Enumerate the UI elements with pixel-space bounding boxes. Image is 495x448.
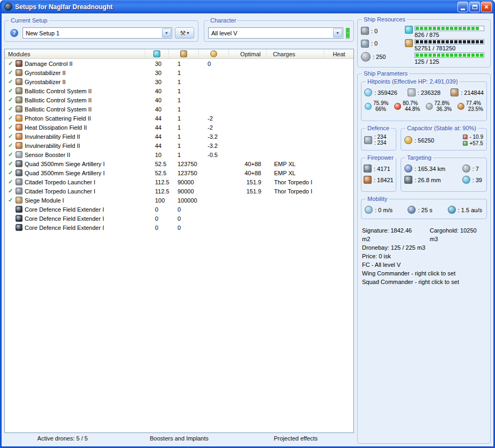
module-row[interactable]: ✓ Citadel Torpedo Launcher I 112.5 90000…	[5, 186, 353, 196]
module-powergrid-value: 1	[169, 97, 199, 103]
module-name: Quad 3500mm Siege Artillery I	[25, 161, 105, 167]
scan-resolution-stat: : 39	[462, 176, 482, 184]
module-cpu-value: 52.5	[145, 161, 169, 167]
module-powergrid-value: 100000	[169, 197, 199, 204]
module-row[interactable]: ✓ Ballistic Control System II 40 1	[5, 95, 353, 104]
module-row[interactable]: ✓ Citadel Torpedo Launcher I 112.5 90000…	[5, 177, 353, 186]
module-row[interactable]: ✓ Siege Module I 100 100000	[5, 196, 353, 205]
module-row[interactable]: ✓ Quad 3500mm Siege Artillery I 52.5 123…	[5, 168, 353, 177]
resist-item: 72.8% 36.3%	[426, 100, 452, 112]
modules-table: Modules Optimal Charges Heat ✓ Damage Co…	[4, 49, 354, 433]
column-header-heat[interactable]: Heat	[324, 49, 353, 58]
module-row[interactable]: ✓ Quad 3500mm Siege Artillery I 52.5 123…	[5, 159, 353, 168]
module-name: Ballistic Control System II	[25, 106, 92, 113]
targeting-range-value: : 165.34 km	[415, 166, 445, 172]
module-cpu-value: 40	[145, 106, 169, 113]
module-icon	[16, 87, 23, 94]
module-name: Photon Scattering Field II	[25, 115, 91, 122]
active-drones-section[interactable]: Active drones: 5 / 5	[4, 435, 121, 444]
wing-commander-info[interactable]: Wing Commander - right click to set	[362, 269, 486, 278]
modules-table-header: Modules Optimal Charges Heat	[5, 49, 353, 59]
projected-effects-section[interactable]: Projected effects	[238, 435, 354, 444]
module-name: Ballistic Control System II	[25, 88, 92, 94]
align-time-value: : 25 s	[418, 207, 432, 213]
module-row[interactable]: Core Defence Field Extender I 0 0	[5, 214, 353, 223]
upgrades-resource-row: 125 / 125	[405, 53, 487, 65]
squad-commander-info[interactable]: Squad Commander - right click to set	[362, 278, 486, 286]
setup-select[interactable]: New Setup 1 ▼	[23, 27, 172, 39]
module-cpu-value: 30	[145, 61, 169, 67]
top-controls-row: Current Setup ? New Setup 1 ▼ ⚒▾ Charact…	[4, 20, 354, 42]
main-content: Current Setup ? New Setup 1 ▼ ⚒▾ Charact…	[2, 13, 493, 446]
help-button[interactable]: ?	[9, 27, 20, 39]
module-row[interactable]: ✓ Gyrostabilizer II 30 1	[5, 68, 353, 77]
module-row[interactable]: Core Defence Field Extender I 0 0	[5, 223, 353, 232]
max-targets-icon	[462, 165, 470, 173]
minimize-button[interactable]	[457, 2, 468, 12]
character-select[interactable]: All level V ▼	[208, 27, 343, 39]
maximize-icon	[472, 5, 477, 9]
warp-speed-icon	[448, 206, 456, 214]
maximize-button[interactable]	[469, 2, 480, 12]
align-time-stat: : 25 s	[408, 206, 432, 214]
module-row[interactable]: ✓ Ballistic Control System II 40 1	[5, 86, 353, 95]
column-header-charges[interactable]: Charges	[267, 49, 324, 58]
capacitor-icon	[210, 50, 217, 57]
module-icon	[16, 60, 23, 67]
powergrid-resource-row: 52751 / 781250	[405, 39, 487, 51]
module-row[interactable]: ✓ Photon Scattering Field II 44 1 -2	[5, 114, 353, 123]
module-row[interactable]: ✓ Sensor Booster II 10 1 -0.5	[5, 150, 353, 159]
cap-recharge-value: +57.5	[469, 140, 483, 146]
explosive-damage-icon	[457, 103, 464, 110]
column-header-powergrid[interactable]	[169, 49, 199, 58]
thermal-damage-icon	[394, 103, 401, 110]
column-header-optimal[interactable]: Optimal	[229, 49, 267, 58]
module-powergrid-value: 0	[169, 225, 199, 231]
module-row[interactable]: ✓ Ballistic Control System II 40 1	[5, 104, 353, 114]
kinetic-damage-icon	[426, 103, 433, 110]
capacitor-icon	[404, 136, 412, 144]
module-row[interactable]: ✓ Invulnerability Field II 44 1 -3.2	[5, 132, 353, 141]
column-header-capacitor[interactable]	[199, 49, 229, 58]
setup-tools-button[interactable]: ⚒▾	[175, 27, 194, 39]
upgrades-usage-value: 125 / 125	[415, 58, 484, 65]
module-charges-value: EMP XL	[267, 161, 324, 167]
fc-info[interactable]: FC - All level V	[362, 260, 486, 269]
shield-resist-value: 72.8%	[434, 100, 452, 106]
close-button[interactable]: ×	[481, 2, 492, 12]
shield-hp-value: : 359426	[374, 89, 397, 96]
module-name: Core Defence Field Extender I	[25, 215, 104, 222]
setup-select-chevron-down-icon[interactable]: ▼	[162, 28, 171, 38]
character-select-chevron-down-icon[interactable]: ▼	[333, 28, 342, 38]
module-cpu-value: 44	[145, 115, 169, 122]
capacitor-amount-value: : 56250	[415, 137, 434, 144]
module-powergrid-value: 1	[169, 79, 199, 85]
modules-table-body: ✓ Damage Control II 30 1 0 ✓ Gyrostabili…	[5, 59, 353, 432]
column-header-cpu[interactable]	[145, 49, 169, 58]
module-row[interactable]: ✓ Damage Control II 30 1 0	[5, 59, 353, 68]
hitpoints-group: Hitpoints (Effective HP: 2,491,039) : 35…	[361, 81, 487, 121]
module-powergrid-value: 1	[169, 143, 199, 149]
module-row[interactable]: ✓ Invulnerability Field II 44 1 -3.2	[5, 141, 353, 150]
module-cap-value: -3.2	[199, 143, 229, 149]
structure-hp-value: : 214844	[461, 89, 484, 96]
armor-hp-stat: : 236328	[408, 88, 441, 96]
module-charges-value: Thor Torpedo I	[267, 179, 324, 185]
module-powergrid-value: 1	[169, 133, 199, 140]
character-group: Character All level V ▼	[204, 20, 354, 42]
module-row[interactable]: ✓ Gyrostabilizer II 30 1	[5, 77, 353, 86]
cpu-bar	[415, 26, 484, 31]
resists-row: 75.9% 66% 80.7% 44.8% 72.8% 36.3% 77.4% …	[364, 100, 484, 112]
module-name: Sensor Booster II	[25, 152, 70, 158]
module-name: Core Defence Field Extender I	[25, 225, 104, 231]
volley-stat: : 18421	[364, 176, 394, 184]
column-header-modules[interactable]: Modules	[5, 49, 145, 58]
module-powergrid-value: 1	[169, 106, 199, 113]
fitted-check-icon: ✓	[8, 169, 13, 176]
resist-item: 75.9% 66%	[365, 100, 388, 112]
module-row[interactable]: ✓ Heat Dissipation Field II 44 1 -2	[5, 123, 353, 132]
module-row[interactable]: Core Defence Field Extender I 0 0	[5, 205, 353, 214]
boosters-implants-section[interactable]: Boosters and Implants	[121, 435, 237, 444]
minimize-icon	[461, 9, 465, 10]
module-optimal-value: 151.9	[229, 179, 267, 185]
